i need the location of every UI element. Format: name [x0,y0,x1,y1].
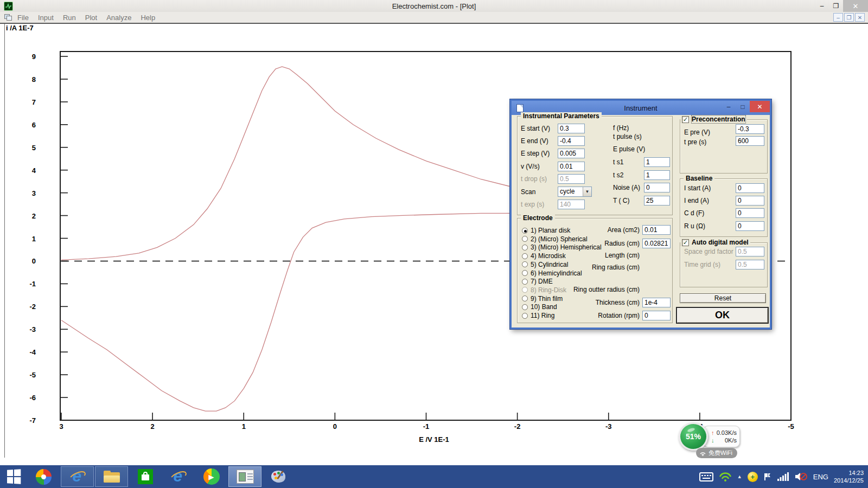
radio-button[interactable] [522,313,528,319]
scan-mode-select[interactable]: cycle▼ [558,187,592,197]
clock[interactable]: 14:23 2014/12/25 [834,469,864,484]
radio-button[interactable] [522,228,528,234]
pinwheel-browser-icon [36,469,52,485]
y-axis-title: i /A 1E-7 [6,24,34,32]
param-input[interactable] [644,170,670,180]
volume-muted-icon[interactable] [795,472,808,481]
field-input[interactable] [736,208,764,218]
network-speed-panel: ↑0.03K/s ↓0K/s [703,426,740,447]
radio-button[interactable] [522,296,528,301]
electrode-option-label: 7) DME [531,278,553,285]
electrode-field-input[interactable] [642,311,671,320]
field-label: Ring radius (cm) [550,264,640,271]
auto-digital-checkbox[interactable]: ✓ [682,239,689,246]
dialog-close-button[interactable]: ✕ [750,101,770,112]
electrode-field-input[interactable] [642,298,671,307]
field-label: E end (V) [521,137,548,145]
dialog-minimize-button[interactable]: – [722,101,736,113]
taskbar-app-internet-explorer[interactable]: e [61,466,94,487]
param-input[interactable] [558,124,585,133]
field-input[interactable] [736,196,764,206]
radio-button[interactable] [522,253,528,259]
close-button[interactable]: ✕ [843,0,868,12]
radio-button[interactable] [522,236,528,242]
menu-item-input[interactable]: Input [38,14,54,22]
menu-item-analyze[interactable]: Analyze [106,14,131,22]
radio-button[interactable] [522,270,528,276]
radio-button[interactable] [522,287,528,293]
dialog-maximize-button[interactable]: □ [736,101,750,113]
group-baseline: Baseline I start (A)I end (A)C d (F)R u … [680,178,768,237]
taskbar-app-file-explorer[interactable] [95,466,128,487]
group-caption: Instrumental Parameters [521,112,602,120]
taskbar-app-windows-store[interactable] [129,465,162,488]
taskbar-app-internet-explorer[interactable]: e [162,465,195,488]
memory-usage-ball[interactable]: 51% [679,422,708,451]
electrode-option[interactable]: 7) DME [522,278,553,285]
mdi-close-button[interactable]: ✕ [855,13,865,22]
minimize-button[interactable]: – [815,0,829,12]
windows-store-icon [138,469,153,484]
param-input[interactable] [558,149,585,158]
menu-item-help[interactable]: Help [141,14,155,22]
group-electrode: Electrode 1) Planar disk2) (Micro) Spher… [517,218,673,323]
y-tick-label: 6 [32,121,36,129]
menu-item-plot[interactable]: Plot [85,14,97,22]
radio-button[interactable] [522,245,528,251]
taskbar-app-paint[interactable] [262,465,295,488]
antivirus-icon[interactable]: + [748,472,758,482]
param-input[interactable] [644,157,670,167]
param-input[interactable] [558,174,585,184]
taskbar-app-electrochemist-window[interactable] [228,466,261,487]
param-input[interactable] [558,136,585,146]
x-axis-title: E /V 1E-1 [393,435,475,444]
param-input[interactable] [644,196,670,206]
param-input[interactable] [558,200,585,209]
memory-percent: 51% [686,432,701,441]
param-input[interactable] [558,162,585,171]
taskbar-app-pinwheel-browser[interactable] [27,465,60,488]
taskbar: ee▶ ▲ + ENG 14:23 2014/12/25 [0,465,868,488]
y-tick-label: -3 [29,325,36,333]
chevron-up-icon[interactable]: ▲ [737,474,742,479]
mdi-document-icon[interactable] [4,14,12,21]
touch-keyboard-icon[interactable] [699,472,713,481]
taskbar-app-tencent-video[interactable]: ▶ [195,465,228,488]
field-input[interactable] [736,124,764,134]
electrode-field-input[interactable] [642,239,671,248]
field-input[interactable] [736,136,764,146]
ok-button[interactable]: OK [676,307,769,324]
field-label: T ( C) [613,197,629,204]
electrode-field-input[interactable] [642,225,671,235]
radio-button[interactable] [522,261,528,267]
instrument-dialog: Instrument – □ ✕ Instrumental Parameters… [510,99,771,329]
mdi-minimize-button[interactable]: – [833,13,843,22]
free-wifi-badge[interactable]: 免费WiFi [696,448,737,458]
restore-button[interactable]: ❐ [829,0,843,12]
preconcentration-checkbox[interactable]: ✓ [682,116,689,123]
field-input[interactable] [736,260,764,269]
field-label: Length (cm) [550,252,640,259]
menu-item-run[interactable]: Run [63,14,76,22]
reset-button[interactable]: Reset [680,293,766,303]
field-input[interactable] [736,183,764,193]
field-input[interactable] [736,221,764,231]
start-button[interactable] [0,465,27,488]
signal-bars-icon[interactable] [777,472,789,481]
language-indicator[interactable]: ENG [813,473,828,481]
field-label: C d (F) [684,209,704,217]
wifi-tray-icon[interactable] [719,472,732,481]
internet-explorer-icon: e [170,468,187,485]
param-input[interactable] [644,183,670,192]
flag-icon[interactable] [763,472,772,481]
radio-button[interactable] [522,304,528,310]
mdi-restore-button[interactable]: ❐ [844,13,854,22]
field-label: t exp (s) [521,201,544,208]
upload-arrow-icon: ↑ [711,429,714,436]
client-frame [4,24,5,458]
select-dropdown-arrow-icon[interactable]: ▼ [583,187,591,196]
radio-button[interactable] [522,279,528,285]
field-input[interactable] [736,247,764,256]
menu-item-file[interactable]: File [17,14,29,22]
upload-speed: 0.03K/s [717,429,737,436]
